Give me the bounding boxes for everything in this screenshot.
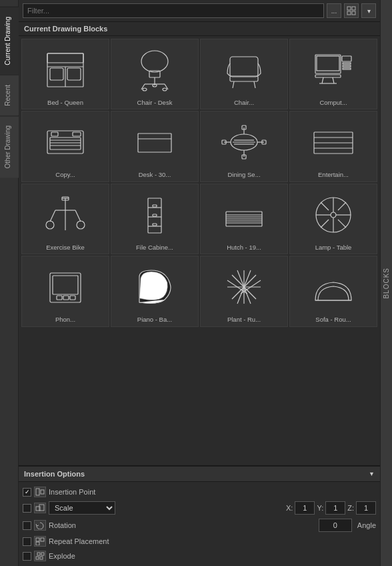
block-plant[interactable]: Plant - Ru... (200, 256, 288, 326)
vtab-current-drawing[interactable]: Current Drawing (0, 7, 19, 75)
svg-line-30 (322, 77, 323, 83)
svg-line-61 (75, 210, 81, 222)
svg-point-17 (163, 88, 167, 91)
svg-rect-35 (51, 132, 58, 136)
insertion-point-checkbox[interactable]: ✓ (23, 488, 31, 497)
y-label: Y: (317, 504, 323, 512)
block-exercise-bike[interactable]: Exercise Bike (21, 184, 109, 254)
scale-select[interactable]: Scale Uniform Scale (49, 501, 115, 515)
svg-rect-92 (63, 296, 69, 300)
svg-rect-36 (73, 132, 81, 136)
scale-checkbox[interactable] (23, 504, 31, 513)
block-icon-computer (307, 43, 360, 97)
svg-rect-70 (153, 205, 157, 207)
svg-rect-108 (41, 538, 44, 541)
block-file-cabinet[interactable]: File Cabine... (111, 184, 199, 254)
vtab-other-drawing[interactable]: Other Drawing (0, 115, 19, 178)
svg-point-62 (46, 221, 54, 229)
rotation-icon (34, 520, 46, 531)
scale-icon (34, 503, 46, 513)
block-lamp[interactable]: Lamp - Table (289, 184, 377, 254)
block-hutch[interactable]: Hutch - 19... (200, 184, 288, 254)
svg-rect-110 (37, 553, 40, 555)
scale-z-input[interactable] (356, 501, 376, 515)
repeat-placement-label: Repeat Placement (49, 537, 109, 545)
svg-rect-1 (352, 7, 355, 10)
block-entertain[interactable]: Entertain... (289, 111, 377, 182)
block-chair-desk[interactable]: Chair - Desk (111, 39, 199, 109)
block-phone[interactable]: Phon... (21, 256, 109, 326)
svg-point-63 (77, 221, 85, 229)
block-icon-plant (217, 260, 271, 314)
block-label-lamp: Lamp - Table (315, 244, 352, 251)
scale-xyz-group: X: Y: Z: (286, 501, 376, 515)
insertion-point-row: ✓ Insertion Point (23, 485, 376, 499)
block-icon-chair-desk (128, 43, 181, 97)
block-computer[interactable]: Comput... (289, 39, 377, 109)
svg-rect-27 (343, 65, 351, 67)
block-sofa[interactable]: Sofa - Rou... (289, 256, 377, 326)
svg-rect-33 (47, 131, 83, 154)
rotation-checkbox[interactable] (23, 521, 31, 530)
block-label-copy: Copy... (55, 171, 75, 178)
svg-rect-90 (53, 276, 78, 294)
blocks-grid: Bed - Queen C (21, 39, 377, 327)
block-label-sofa: Sofa - Rou... (315, 316, 351, 323)
svg-rect-103 (36, 489, 39, 495)
dropdown-arrow-button[interactable]: ▾ (361, 3, 376, 18)
svg-rect-72 (153, 224, 157, 226)
vtab-recent[interactable]: Recent (0, 75, 19, 115)
block-copy[interactable]: Copy... (21, 111, 109, 182)
block-label-plant: Plant - Ru... (227, 316, 261, 323)
svg-rect-5 (47, 53, 83, 63)
block-icon-desk (128, 115, 181, 169)
svg-point-80 (331, 212, 336, 218)
scale-x-input[interactable] (295, 501, 315, 515)
svg-rect-111 (41, 553, 44, 555)
svg-line-31 (333, 77, 334, 83)
svg-rect-28 (343, 68, 351, 69)
rotation-angle-input[interactable] (319, 519, 352, 532)
view-button[interactable] (344, 3, 359, 18)
block-label-file-cabinet: File Cabine... (136, 244, 173, 251)
blocks-area[interactable]: Bed - Queen C (19, 36, 380, 465)
explode-label: Explode (49, 552, 75, 560)
svg-line-87 (321, 220, 329, 228)
svg-line-22 (254, 81, 255, 88)
block-desk[interactable]: Desk - 30... (111, 111, 199, 182)
svg-rect-34 (50, 137, 81, 150)
block-dining[interactable]: Dining Se... (200, 111, 288, 182)
scale-y-input[interactable] (325, 501, 345, 515)
z-label: Z: (347, 504, 354, 512)
main-panel: ... ▾ Current Drawing Blocks (19, 0, 380, 566)
blocks-label-text: BLOCKS (383, 268, 390, 299)
insertion-point-icon (34, 487, 46, 497)
svg-rect-104 (41, 490, 44, 494)
filter-input[interactable] (23, 3, 324, 18)
block-icon-hutch (217, 188, 271, 242)
block-label-dining: Dining Se... (227, 171, 260, 178)
svg-rect-107 (36, 538, 39, 541)
more-button[interactable]: ... (327, 3, 341, 18)
explode-checkbox[interactable] (23, 552, 31, 561)
svg-rect-40 (138, 133, 171, 152)
repeat-placement-row: Repeat Placement (23, 534, 376, 549)
block-bed-queen[interactable]: Bed - Queen (21, 39, 109, 109)
svg-rect-113 (40, 557, 43, 559)
svg-rect-89 (50, 273, 81, 302)
svg-rect-9 (67, 68, 81, 80)
block-label-piano: Piano - Ba... (137, 316, 172, 323)
svg-rect-91 (57, 296, 62, 300)
block-label-bed-queen: Bed - Queen (47, 99, 83, 106)
block-label-entertain: Entertain... (318, 171, 349, 178)
block-chair[interactable]: Chair... (200, 39, 288, 109)
block-piano[interactable]: Piano - Ba... (111, 256, 199, 326)
block-label-desk: Desk - 30... (139, 171, 171, 178)
svg-point-10 (141, 51, 168, 72)
toolbar: ... ▾ (19, 0, 380, 22)
repeat-placement-icon (34, 536, 46, 547)
repeat-placement-checkbox[interactable] (23, 537, 31, 546)
insertion-options-header[interactable]: Insertion Options ▼ (19, 467, 380, 482)
angle-label: Angle (357, 521, 376, 529)
insertion-point-label: Insertion Point (49, 488, 95, 496)
